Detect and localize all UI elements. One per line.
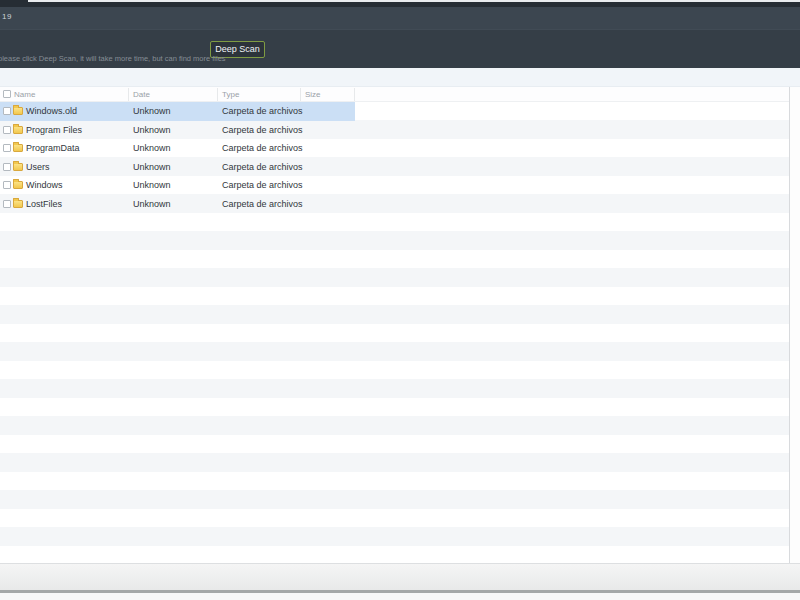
table-row[interactable]: Program Files Unknown Carpeta de archivo… (0, 121, 789, 140)
table-row[interactable]: ProgramData Unknown Carpeta de archivos (0, 139, 789, 158)
table-row[interactable]: Windows Unknown Carpeta de archivos (0, 176, 789, 195)
file-date: Unknown (133, 102, 171, 121)
column-header-type[interactable]: Type (222, 90, 239, 99)
file-type: Carpeta de archivos (222, 139, 303, 158)
file-name: LostFiles (26, 195, 62, 214)
row-checkbox[interactable] (3, 200, 11, 208)
folder-icon (13, 126, 23, 134)
row-checkbox[interactable] (3, 144, 11, 152)
file-date: Unknown (133, 139, 171, 158)
file-type: Carpeta de archivos (222, 158, 303, 177)
scrollbar-track[interactable] (789, 87, 800, 563)
scan-panel: Deep Scan please click Deep Scan, it wil… (0, 29, 800, 68)
table-row[interactable]: Users Unknown Carpeta de archivos (0, 158, 789, 177)
toolbar-gap (0, 68, 800, 87)
row-checkbox[interactable] (3, 107, 11, 115)
select-all-checkbox[interactable] (3, 90, 11, 98)
file-type: Carpeta de archivos (222, 121, 303, 140)
file-date: Unknown (133, 121, 171, 140)
row-checkbox[interactable] (3, 126, 11, 134)
folder-icon (13, 200, 23, 208)
file-name: Windows.old (26, 102, 77, 121)
folder-icon (13, 163, 23, 171)
file-date: Unknown (133, 195, 171, 214)
file-type: Carpeta de archivos (222, 195, 303, 214)
column-header-size[interactable]: Size (305, 90, 321, 99)
app-window: 19 Deep Scan please click Deep Scan, it … (0, 0, 800, 600)
folder-icon (13, 144, 23, 152)
file-type: Carpeta de archivos (222, 176, 303, 195)
column-separator (300, 88, 301, 101)
deep-scan-hint: please click Deep Scan, it will take mor… (0, 54, 226, 63)
table-header: Name Date Type Size (0, 87, 789, 102)
column-separator (217, 88, 218, 101)
column-separator (128, 88, 129, 101)
file-name: Program Files (26, 121, 82, 140)
file-name: ProgramData (26, 139, 80, 158)
file-name: Windows (26, 176, 63, 195)
titlebar: 19 (0, 7, 800, 29)
row-checkbox[interactable] (3, 163, 11, 171)
table-row[interactable]: Windows.old Unknown Carpeta de archivos (0, 102, 789, 121)
file-name: Users (26, 158, 50, 177)
row-checkbox[interactable] (3, 181, 11, 189)
folder-icon (13, 107, 23, 115)
file-type: Carpeta de archivos (222, 102, 303, 121)
file-date: Unknown (133, 176, 171, 195)
footer-bottom-strip (0, 593, 800, 600)
window-top-highlight (28, 0, 800, 2)
window-title: 19 (2, 12, 12, 21)
column-header-name[interactable]: Name (14, 90, 35, 99)
folder-icon (13, 181, 23, 189)
column-header-date[interactable]: Date (133, 90, 150, 99)
footer-bar (0, 563, 800, 590)
file-date: Unknown (133, 158, 171, 177)
file-list: Windows.old Unknown Carpeta de archivos … (0, 102, 789, 563)
table-row[interactable]: LostFiles Unknown Carpeta de archivos (0, 195, 789, 214)
column-separator (354, 88, 355, 101)
